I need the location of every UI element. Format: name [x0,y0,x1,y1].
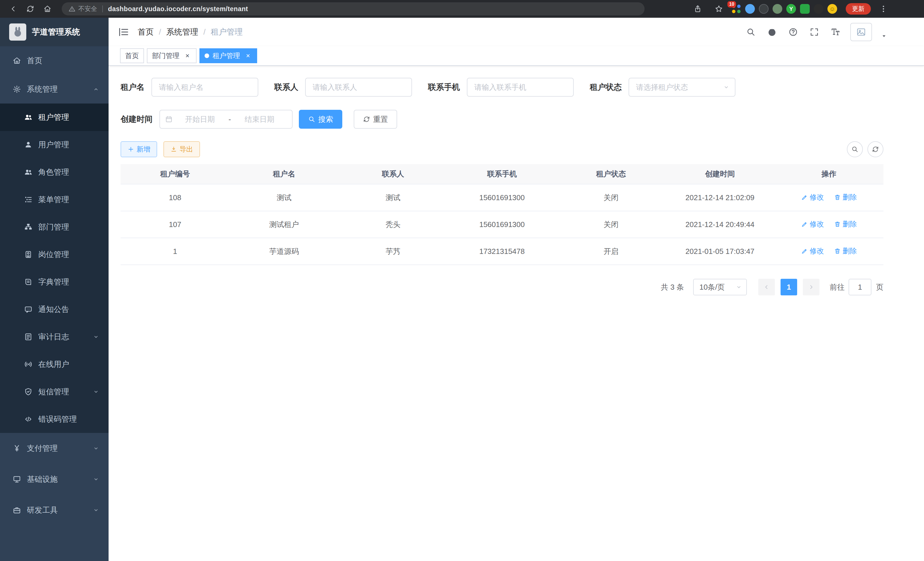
sidebar-item-role-management[interactable]: 角色管理 [0,158,109,186]
avatar[interactable] [850,23,872,41]
refresh-table-button[interactable] [867,141,884,157]
tenant-table: 租户编号 租户名 联系人 联系手机 租户状态 创建时间 操作 108 测试 [121,164,884,265]
sidebar-item-label: 用户管理 [38,140,69,150]
extension-icon[interactable] [759,4,769,14]
search-button[interactable]: 搜索 [299,110,342,129]
security-label: 不安全 [78,5,97,13]
delete-link[interactable]: 删除 [834,219,857,229]
sidebar-item-home[interactable]: 首页 [0,46,109,75]
sidebar-item-label: 基础设施 [27,474,58,484]
edit-link[interactable]: 修改 [801,193,824,202]
date-start-input[interactable] [172,115,227,124]
tab-label: 首页 [125,51,139,60]
cell-tenant-name: 芋道源码 [230,238,338,265]
column-header-phone: 联系手机 [447,164,556,184]
sidebar-item-audit-log[interactable]: 审计日志 [0,323,109,350]
help-button[interactable] [787,26,800,38]
contact-label: 联系人 [274,82,298,93]
page-number-button[interactable]: 1 [781,279,797,295]
goto-page-input[interactable] [849,279,872,295]
main-area: 首页 / 系统管理 / 租户管理 首页 部门管理 × [109,18,924,561]
export-button[interactable]: 导出 [164,141,200,157]
cell-actions: 修改 删除 [775,211,884,238]
share-button[interactable] [691,2,705,16]
cell-contact: 芋艿 [339,238,447,265]
browser-menu-button[interactable] [877,2,890,16]
profile-avatar-icon[interactable]: ☺ [827,4,837,14]
extension-icon[interactable] [772,4,782,14]
edit-icon [801,221,808,228]
show-search-toggle-button[interactable] [847,141,863,157]
phone-input[interactable] [467,78,574,97]
github-button[interactable] [766,26,778,38]
bookmark-star-button[interactable] [712,2,726,16]
sidebar-collapse-button[interactable] [118,26,129,38]
delete-link[interactable]: 删除 [834,246,857,256]
sidebar-item-post-management[interactable]: 岗位管理 [0,241,109,268]
fullscreen-button[interactable] [808,26,820,38]
sidebar-item-dict-management[interactable]: 字典管理 [0,268,109,296]
next-page-button[interactable] [803,279,819,295]
extension-icon[interactable]: Y [786,4,796,14]
tab-tenant-management[interactable]: 租户管理 × [200,48,257,63]
tab-home[interactable]: 首页 [120,48,144,63]
sidebar-item-label: 在线用户 [38,359,69,369]
reset-button[interactable]: 重置 [354,110,397,129]
browser-toolbar: 不安全 dashboard.yudao.iocoder.cn/system/te… [0,0,924,18]
status-select[interactable]: 请选择租户状态 [628,78,735,97]
close-icon[interactable]: × [183,52,191,60]
sidebar-item-system-management[interactable]: 系统管理 [0,75,109,104]
table-row: 108 测试 测试 15601691300 关闭 2021-12-14 21:0… [121,184,884,211]
extension-icon[interactable] [814,4,824,14]
header-search-button[interactable] [745,26,757,38]
sidebar-item-dev-tools[interactable]: 研发工具 [0,495,109,526]
date-end-input[interactable] [232,115,287,124]
site-security-indicator[interactable]: 不安全 [69,5,97,13]
logo-image [9,23,26,41]
page-size-select[interactable]: 10条/页 [693,279,747,295]
address-bar[interactable]: 不安全 dashboard.yudao.iocoder.cn/system/te… [62,2,645,15]
app-title: 芋道管理系统 [32,27,80,38]
sidebar-item-dept-management[interactable]: 部门管理 [0,213,109,241]
edit-link[interactable]: 修改 [801,246,824,256]
sidebar-item-sms-management[interactable]: 短信管理 [0,378,109,405]
cell-phone: 17321315478 [447,238,556,265]
sidebar-item-user-management[interactable]: 用户管理 [0,131,109,158]
contact-input[interactable] [305,78,412,97]
add-button[interactable]: 新增 [121,141,157,157]
sidebar-item-infrastructure[interactable]: 基础设施 [0,464,109,495]
edit-link[interactable]: 修改 [801,219,824,229]
chevron-down-icon [723,84,730,91]
breadcrumb-home[interactable]: 首页 [138,27,154,38]
sidebar-item-online-users[interactable]: 在线用户 [0,350,109,378]
sidebar-item-error-code[interactable]: 错误码管理 [0,405,109,433]
close-icon[interactable]: × [244,52,252,60]
browser-back-button[interactable] [6,2,20,16]
browser-home-button[interactable] [40,2,54,16]
extension-icon[interactable]: 10 [731,4,741,14]
browser-reload-button[interactable] [23,2,37,16]
tab-dept-management[interactable]: 部门管理 × [147,48,196,63]
extension-badge: 10 [728,1,736,8]
sidebar-item-menu-management[interactable]: 菜单管理 [0,186,109,213]
sidebar-item-notice[interactable]: 通知公告 [0,296,109,323]
breadcrumb-system[interactable]: 系统管理 [166,27,198,38]
extension-icon[interactable] [745,4,755,14]
sidebar-item-tenant-management[interactable]: 租户管理 [0,104,109,131]
font-size-button[interactable] [829,26,842,38]
date-range-picker[interactable]: - [159,110,292,129]
app-logo[interactable]: 芋道管理系统 [0,18,109,46]
prev-page-button[interactable] [758,279,775,295]
extension-icon[interactable] [800,4,810,14]
tenant-name-input[interactable] [152,78,258,97]
delete-link[interactable]: 删除 [834,193,857,202]
toolbox-icon [13,506,21,514]
org-tree-icon [24,223,33,231]
browser-update-button[interactable]: 更新 [846,3,871,15]
search-icon [851,146,859,153]
caret-down-icon[interactable] [880,33,887,39]
broken-image-icon [856,27,866,37]
book-icon [24,278,33,286]
sidebar-item-payment[interactable]: 支付管理 [0,433,109,464]
chevron-right-icon [808,284,814,290]
